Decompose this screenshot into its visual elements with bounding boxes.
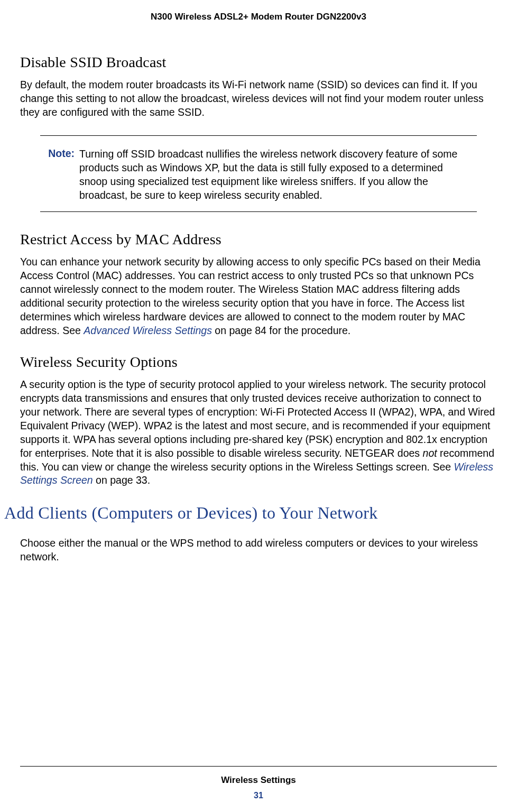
section-security-options: Wireless Security Options A security opt…: [20, 354, 497, 487]
footer-divider: [20, 766, 497, 767]
emphasis-not: not: [423, 447, 437, 459]
page-number: 31: [0, 791, 517, 800]
footer-section-title: Wireless Settings: [0, 775, 517, 786]
paragraph-ssid: By default, the modem router broadcasts …: [20, 78, 497, 119]
heading-disable-ssid: Disable SSID Broadcast: [20, 54, 497, 71]
paragraph-add-clients: Choose either the manual or the WPS meth…: [20, 537, 497, 564]
page-content: Disable SSID Broadcast By default, the m…: [0, 22, 517, 564]
section-mac-address: Restrict Access by MAC Address You can e…: [20, 231, 497, 338]
link-advanced-wireless-settings[interactable]: Advanced Wireless Settings: [84, 325, 212, 336]
mac-text-after: on page 84 for the procedure.: [212, 325, 350, 336]
page-footer: Wireless Settings 31: [0, 766, 517, 800]
heading-add-clients: Add Clients (Computers or Devices) to Yo…: [0, 503, 497, 523]
document-header-title: N300 Wireless ADSL2+ Modem Router DGN220…: [0, 0, 517, 22]
note-box: Note: Turning off SSID broadcast nullifi…: [40, 135, 477, 213]
paragraph-mac: You can enhance your network security by…: [20, 255, 497, 338]
security-text-after-link: on page 33.: [93, 474, 150, 486]
paragraph-security: A security option is the type of securit…: [20, 378, 497, 487]
note-text: Turning off SSID broadcast nullifies the…: [79, 147, 462, 202]
section-disable-ssid: Disable SSID Broadcast By default, the m…: [20, 54, 497, 119]
heading-security-options: Wireless Security Options: [20, 354, 497, 371]
heading-mac-address: Restrict Access by MAC Address: [20, 231, 497, 248]
note-label: Note:: [44, 147, 79, 160]
